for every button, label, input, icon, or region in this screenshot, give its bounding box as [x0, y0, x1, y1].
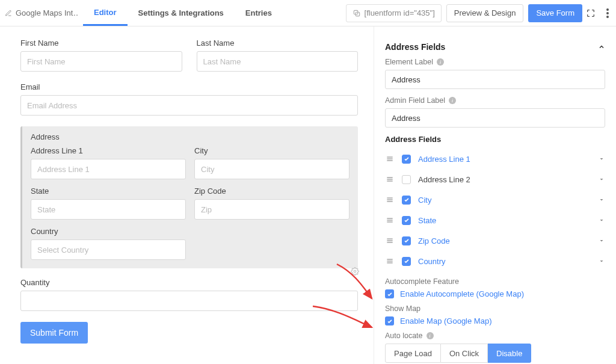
addr1-label: Address Line 1 [31, 146, 186, 155]
element-label-caption: Element Label [385, 58, 433, 66]
chevron-down-icon[interactable] [598, 258, 605, 265]
drag-handle-icon[interactable] [385, 155, 395, 163]
page-title: Google Maps Int… [0, 8, 78, 17]
address-group[interactable]: Address Address Line 1 City State Zip Co… [20, 126, 358, 268]
country-label: Country [31, 227, 186, 236]
admin-label-input[interactable] [385, 108, 605, 128]
svg-point-5 [354, 270, 356, 273]
save-button[interactable]: Save Form [528, 4, 582, 22]
addr1-field[interactable] [31, 159, 186, 179]
drag-handle-icon[interactable] [385, 236, 395, 245]
autolocate-caption: Auto locate [385, 332, 423, 340]
last-name-label: Last Name [197, 39, 359, 48]
chevron-up-icon [598, 43, 605, 51]
field-name-label: Address Line 2 [418, 175, 591, 184]
autolocate-on-click[interactable]: On Click [441, 344, 488, 363]
country-field[interactable] [31, 239, 186, 260]
email-label: Email [20, 82, 358, 91]
tab-entries[interactable]: Entries [235, 0, 283, 26]
address-field-row[interactable]: Zip Code [385, 230, 605, 251]
showmap-label: Enable Map (Google Map) [400, 316, 491, 325]
preview-button[interactable]: Preview & Design [446, 4, 524, 22]
autolocate-disable[interactable]: Disable [488, 344, 531, 363]
checkbox-checked-icon [385, 316, 394, 325]
autocomplete-label: Enable Autocomplete (Google Map) [400, 289, 524, 298]
enable-map-option[interactable]: Enable Map (Google Map) [385, 316, 605, 325]
address-field-row[interactable]: City [385, 190, 605, 210]
autocomplete-caption: Autocomplete Feature [385, 277, 459, 286]
info-icon[interactable]: i [437, 58, 444, 66]
field-toggle-checkbox[interactable] [402, 155, 411, 164]
state-field[interactable] [31, 199, 186, 220]
quantity-field[interactable] [20, 291, 358, 311]
address-field-row[interactable]: Address Line 1 [385, 149, 605, 169]
chevron-down-icon[interactable] [598, 176, 605, 183]
element-label-input[interactable] [385, 70, 605, 89]
field-name-label: Address Line 1 [418, 155, 591, 164]
submit-button[interactable]: Submit Form [20, 322, 88, 344]
field-toggle-checkbox[interactable] [402, 236, 411, 245]
drag-handle-icon[interactable] [385, 175, 395, 184]
showmap-caption: Show Map [385, 304, 420, 313]
address-fields-caption: Address Fields [385, 135, 605, 144]
field-toggle-checkbox[interactable] [402, 196, 411, 205]
last-name-field[interactable] [197, 51, 359, 72]
topbar: Google Maps Int… Editor Settings & Integ… [0, 0, 616, 26]
city-label: City [194, 146, 350, 155]
address-field-row[interactable]: State [385, 210, 605, 230]
gear-icon[interactable] [351, 267, 359, 276]
field-toggle-checkbox[interactable] [402, 175, 411, 184]
quantity-label: Quantity [20, 278, 358, 287]
svg-point-4 [606, 16, 609, 18]
autolocate-page-load[interactable]: Page Load [385, 344, 441, 363]
field-name-label: State [418, 216, 591, 225]
checkbox-checked-icon [385, 289, 394, 298]
svg-point-2 [606, 8, 609, 11]
zip-label: Zip Code [194, 187, 350, 196]
info-icon[interactable]: i [449, 97, 456, 104]
fullscreen-icon[interactable] [582, 5, 599, 22]
chevron-down-icon[interactable] [598, 155, 605, 162]
email-field[interactable] [20, 95, 358, 116]
kebab-icon[interactable] [599, 5, 616, 22]
shortcode-text: [fluentform id="435"] [365, 8, 435, 17]
city-field[interactable] [194, 159, 350, 179]
copy-icon [353, 9, 361, 17]
field-name-label: Zip Code [418, 236, 591, 245]
chevron-down-icon[interactable] [598, 196, 605, 203]
chevron-down-icon[interactable] [598, 237, 605, 244]
first-name-field[interactable] [20, 51, 182, 72]
shortcode-box[interactable]: [fluentform id="435"] [346, 4, 442, 22]
address-field-row[interactable]: Address Line 2 [385, 169, 605, 190]
pencil-icon [5, 10, 12, 17]
form-canvas: First Name Last Name Email Address Addre… [0, 26, 374, 364]
tab-settings[interactable]: Settings & Integrations [128, 0, 235, 26]
chevron-down-icon[interactable] [598, 217, 605, 224]
drag-handle-icon[interactable] [385, 257, 395, 265]
address-field-row[interactable]: Country [385, 251, 605, 271]
field-name-label: City [418, 196, 591, 205]
address-fields-list: Address Line 1Address Line 2CityStateZip… [385, 149, 605, 271]
drag-handle-icon[interactable] [385, 196, 395, 204]
first-name-label: First Name [20, 39, 182, 48]
zip-field[interactable] [194, 199, 350, 220]
page-title-text: Google Maps Int… [16, 8, 78, 17]
drag-handle-icon[interactable] [385, 216, 395, 224]
state-label: State [31, 187, 186, 196]
svg-point-3 [606, 12, 609, 14]
panel-section-header[interactable]: Address Fields [385, 34, 605, 58]
panel-section-title: Address Fields [385, 42, 445, 52]
field-toggle-checkbox[interactable] [402, 216, 411, 225]
tab-editor[interactable]: Editor [83, 0, 128, 26]
admin-label-caption: Admin Field Label [385, 96, 445, 105]
address-group-title: Address [31, 132, 350, 141]
settings-panel: Address Fields Element Label i Admin Fie… [374, 26, 616, 364]
enable-autocomplete-option[interactable]: Enable Autocomplete (Google Map) [385, 289, 605, 298]
field-name-label: Country [418, 257, 591, 266]
layout: First Name Last Name Email Address Addre… [0, 26, 616, 364]
autolocate-segmented: Page Load On Click Disable [385, 344, 605, 363]
field-toggle-checkbox[interactable] [402, 257, 411, 266]
info-icon[interactable]: i [427, 332, 434, 339]
main-tabs: Editor Settings & Integrations Entries [83, 0, 283, 26]
